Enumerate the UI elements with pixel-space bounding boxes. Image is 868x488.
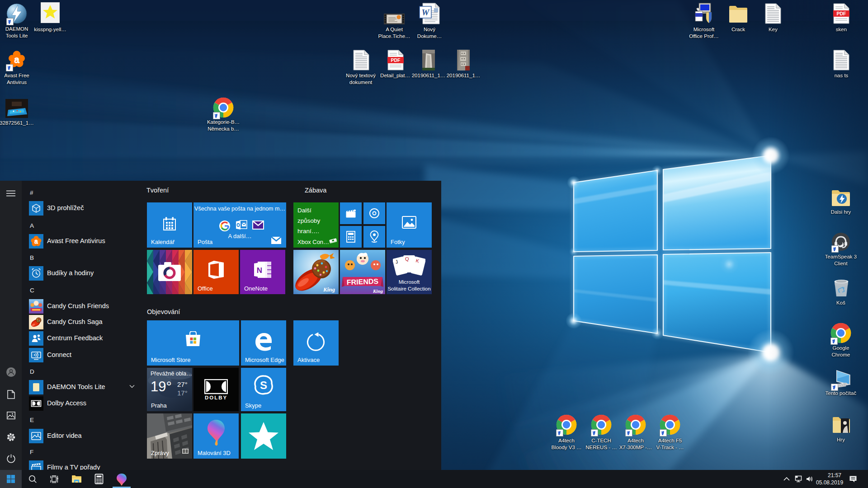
svg-text:W: W — [422, 8, 430, 17]
svg-text:PDF: PDF — [837, 11, 847, 16]
svg-text:King: King — [373, 288, 383, 294]
svg-text:Q: Q — [405, 256, 409, 262]
svg-text:a: a — [34, 238, 38, 245]
svg-text:King: King — [323, 286, 335, 293]
svg-text:N: N — [257, 266, 262, 275]
svg-text:a: a — [14, 55, 19, 65]
svg-text:S: S — [260, 379, 267, 391]
svg-text:PDF: PDF — [391, 57, 401, 63]
svg-text:FRIENDS: FRIENDS — [346, 277, 378, 286]
svg-text:DOLBY: DOLBY — [205, 395, 227, 400]
